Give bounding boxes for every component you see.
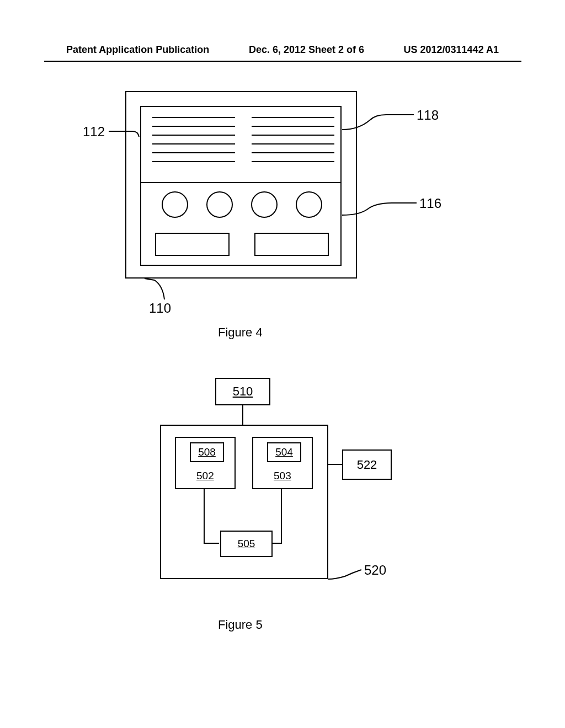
text-line [152, 135, 235, 136]
header-publication: Patent Application Publication [66, 44, 209, 56]
rect-button [155, 233, 230, 256]
text-line [152, 126, 235, 127]
fig5-label-503: 503 [274, 470, 291, 482]
ref-label-116: 116 [419, 196, 441, 211]
text-line [152, 161, 235, 162]
fig4-rects-row [155, 233, 329, 256]
text-line [252, 126, 334, 127]
fig5-box-510: 510 [215, 378, 270, 405]
fig4-top-panel [140, 106, 342, 183]
fig4-caption: Figure 4 [218, 325, 263, 340]
header-pub-number: US 2012/0311442 A1 [404, 44, 499, 56]
circle-icon [251, 191, 278, 218]
ref-label-520: 520 [364, 563, 386, 578]
text-line [252, 143, 334, 144]
fig4-bottom-panel [140, 183, 342, 266]
ref-label-118: 118 [417, 108, 439, 123]
rect-button [254, 233, 329, 256]
circle-icon [296, 191, 322, 218]
text-line [152, 152, 235, 153]
fig4-device-outline [125, 91, 357, 279]
text-line [252, 152, 334, 153]
fig5-box-503: 504 503 [252, 437, 313, 489]
fig5-main-box: 508 502 504 503 505 [160, 425, 328, 579]
circle-icon [162, 191, 188, 218]
fig4-text-lines-left [152, 117, 235, 170]
fig5-inner-box-504: 504 [267, 442, 301, 462]
text-line [152, 117, 235, 118]
fig4-text-lines-right [252, 117, 334, 170]
header-divider [44, 61, 521, 62]
text-line [252, 117, 334, 118]
text-line [252, 135, 334, 136]
header-date-sheet: Dec. 6, 2012 Sheet 2 of 6 [249, 44, 364, 56]
text-line [252, 161, 334, 162]
ref-label-110: 110 [149, 301, 171, 316]
fig5-label-502: 502 [196, 470, 214, 482]
fig5-caption: Figure 5 [218, 618, 263, 632]
fig4-circles-row [152, 191, 332, 218]
circle-icon [206, 191, 233, 218]
ref-label-112: 112 [83, 124, 105, 140]
fig5-box-502: 508 502 [175, 437, 236, 489]
page-header: Patent Application Publication Dec. 6, 2… [0, 44, 565, 56]
fig5-inner-box-508: 508 [190, 442, 224, 462]
text-line [152, 143, 235, 144]
fig5-box-505: 505 [220, 531, 273, 557]
fig5-box-522: 522 [342, 449, 392, 480]
